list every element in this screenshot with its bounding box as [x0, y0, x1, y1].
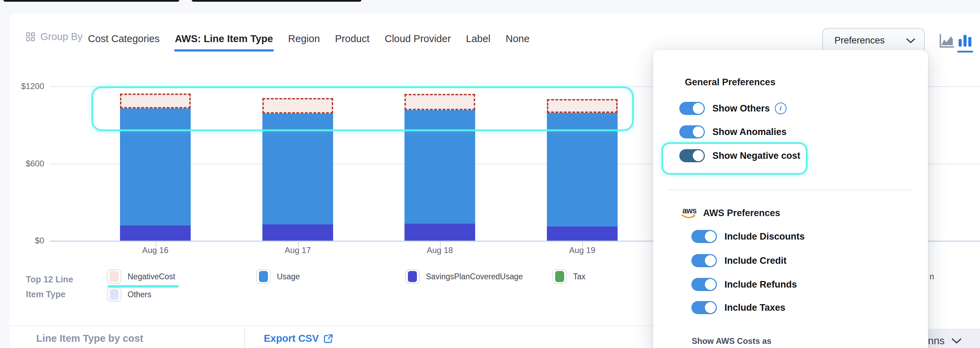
bar-chart-glyph	[957, 33, 973, 49]
toggle-switch[interactable]	[691, 230, 717, 243]
show-negative-cost-highlight-box	[661, 142, 808, 175]
toggle-switch[interactable]	[691, 254, 717, 267]
negativecost-legend-underline	[108, 285, 179, 287]
y-axis-tick-label: $0	[13, 236, 44, 246]
export-csv-label: Export CSV	[264, 333, 319, 344]
toggle-row-include-refunds[interactable]: Include Refunds	[691, 278, 797, 291]
toggle-row-include-discounts[interactable]: Include Discounts	[691, 230, 805, 243]
legend-swatch	[552, 269, 567, 284]
legend-swatch	[405, 269, 420, 284]
export-csv-link[interactable]: Export CSV	[264, 333, 333, 344]
bar-chart-icon[interactable]	[957, 33, 973, 53]
x-axis-label: Aug 19	[569, 246, 595, 255]
vertical-divider	[244, 329, 245, 348]
preferences-panel: General Preferences Show Othersi Show An…	[653, 50, 928, 348]
panel-divider	[668, 190, 913, 190]
toggle-row-include-taxes[interactable]: Include Taxes	[691, 301, 786, 314]
toggle-row-show-others[interactable]: Show Othersi	[679, 102, 787, 115]
tab-aws-line-item-type[interactable]: AWS: Line Item Type	[174, 31, 274, 49]
tab-label[interactable]: Label	[465, 31, 491, 49]
negative-cost-highlight-box	[91, 86, 634, 131]
aws-logo-icon: aws	[681, 206, 698, 220]
legend-label: Usage	[277, 272, 300, 281]
y-axis-tick-label: $1200	[13, 81, 44, 91]
tab-product[interactable]: Product	[334, 31, 370, 49]
toggle-label: Include Discounts	[724, 231, 805, 242]
area-chart-icon[interactable]	[939, 33, 955, 49]
toggle-row-show-anomalies[interactable]: Show Anomalies	[679, 125, 787, 139]
bar-aug-18-savingsplancoveredusage[interactable]	[404, 224, 475, 241]
toggle-switch[interactable]	[679, 102, 705, 115]
toggle-label: Include Credit	[724, 255, 787, 266]
x-axis-label: Aug 17	[285, 246, 311, 255]
external-link-icon	[323, 334, 333, 344]
legend-label: SavingsPlanCoveredUsage	[426, 272, 523, 281]
legend-item-savingsplancoveredusage[interactable]: SavingsPlanCoveredUsage	[405, 269, 523, 284]
group-by-tabs: Cost CategoriesAWS: Line Item TypeRegion…	[87, 31, 530, 49]
toggle-switch[interactable]	[691, 301, 717, 314]
preferences-dropdown-button[interactable]: Preferences	[822, 28, 925, 53]
legend-label: NegativeCost	[127, 272, 175, 281]
toggle-label: Show Anomalies	[713, 127, 787, 137]
columns-button-label: nns	[928, 335, 945, 346]
chart-card: Group By Cost CategoriesAWS: Line Item T…	[10, 14, 980, 348]
toggle-label: Show Others	[713, 103, 770, 114]
general-preferences-heading: General Preferences	[685, 77, 776, 88]
bar-aug-19-savingsplancoveredusage[interactable]	[547, 227, 617, 241]
tab-none[interactable]: None	[505, 31, 530, 49]
toggle-label: Include Taxes	[724, 302, 786, 313]
legend-swatch	[107, 287, 121, 302]
legend-item-usage[interactable]: Usage	[256, 269, 300, 284]
chevron-down-icon	[951, 338, 962, 345]
legend-item-negativecost[interactable]: NegativeCost	[107, 269, 175, 284]
bar-aug-17-savingsplancoveredusage[interactable]	[262, 224, 333, 241]
tab-region[interactable]: Region	[288, 31, 321, 49]
section-divider	[10, 325, 653, 326]
aws-preferences-heading: AWS Preferences	[703, 208, 780, 219]
x-axis-label: Aug 16	[142, 246, 168, 255]
show-aws-costs-as-label: Show AWS Costs as	[692, 336, 772, 346]
y-axis-tick-label: $600	[13, 159, 44, 168]
legend-label: Others	[127, 290, 151, 299]
legend-item-others[interactable]: Others	[107, 287, 151, 302]
browser-tab-remnant	[3, 0, 179, 2]
tab-cost-categories[interactable]: Cost Categories	[87, 31, 160, 49]
preferences-button-label: Preferences	[834, 35, 885, 46]
table-title: Line Item Type by cost	[36, 333, 143, 344]
legend-label: Tax	[573, 272, 585, 281]
bar-aug-16-savingsplancoveredusage[interactable]	[120, 225, 191, 241]
legend-item-tax[interactable]: Tax	[552, 269, 585, 284]
toggle-row-include-credit[interactable]: Include Credit	[691, 254, 787, 267]
toggle-switch[interactable]	[679, 125, 705, 139]
legend-swatch	[107, 269, 121, 284]
toggle-label: Include Refunds	[724, 279, 797, 290]
browser-tab-remnant	[192, 0, 361, 2]
grid-icon	[26, 32, 35, 42]
group-by-label: Group By	[40, 31, 83, 43]
cost-analytics-page: Group By Cost CategoriesAWS: Line Item T…	[0, 0, 980, 348]
columns-dropdown-button[interactable]: nns	[925, 329, 980, 348]
active-chart-type-underline	[957, 51, 973, 53]
info-icon[interactable]: i	[775, 102, 787, 114]
tab-cloud-provider[interactable]: Cloud Provider	[384, 31, 451, 49]
aws-preferences-header: aws AWS Preferences	[681, 206, 780, 220]
chevron-down-icon	[906, 38, 915, 43]
x-axis-label: Aug 18	[426, 246, 453, 255]
toggle-switch[interactable]	[691, 278, 717, 291]
legend-swatch	[256, 269, 271, 284]
group-by-label-block: Group By	[26, 31, 83, 43]
legend-cutoff-text: n	[930, 272, 934, 281]
legend-title: Top 12 Line Item Type	[26, 272, 91, 302]
